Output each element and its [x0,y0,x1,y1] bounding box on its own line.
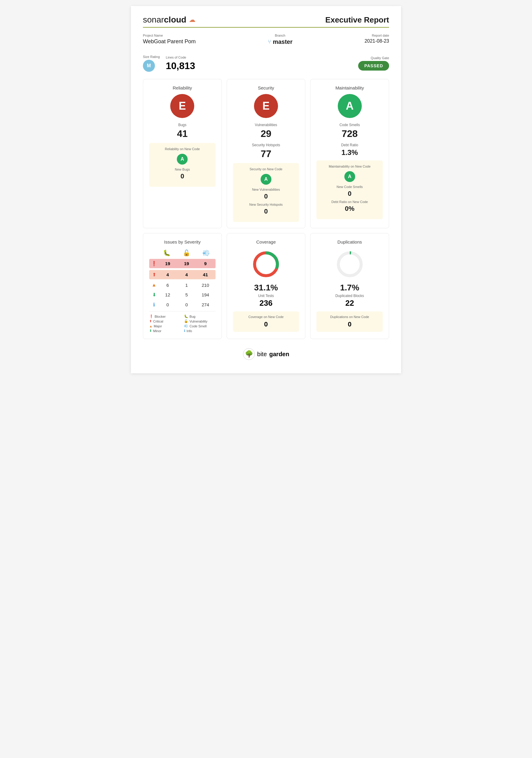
reliability-new-code-box: Reliability on New Code A New Bugs 0 [149,143,216,187]
major-vuln-count: 1 [178,283,195,288]
branch-icon: ⑂ [268,39,271,45]
vulnerabilities-value: 29 [233,128,299,139]
blocker-bug-count: 19 [159,261,177,266]
legend-info: ℹInfo [184,329,215,333]
issues-card: Issues by Severity 🐛 🔓 💨 ❗ 19 19 9 ⬆ 4 4… [143,233,222,339]
debt-ratio-label: Debt Ratio [316,143,383,147]
hotspots-value: 77 [233,148,299,159]
footer-brand-light: bite [257,351,267,358]
bugs-label: Bugs [149,123,216,127]
report-date-value: 2021-08-23 [364,38,389,44]
maintainability-title: Maintainability [316,85,383,90]
coverage-percentage: 31.1% [233,283,299,293]
new-bugs-value: 0 [153,172,211,180]
footer-brand-bold: garden [269,351,289,358]
reliability-card: Reliability E Bugs 41 Reliability on New… [143,79,222,228]
minor-bug-count: 12 [159,292,177,297]
new-hotspots-value: 0 [237,208,295,215]
project-info: Project Name WebGoat Parent Pom Branch ⑂… [143,34,389,50]
minor-smell-count: 194 [197,292,215,297]
coverage-donut [251,249,281,279]
duplications-new-code-box: Duplications on New Code 0 [316,311,383,332]
logo: sonarcloud ☁ [143,15,195,25]
legend-blocker: ❗Blocker [149,314,181,318]
duplications-new-code-value: 0 [320,321,379,328]
header-divider [143,27,389,28]
coverage-new-code-value: 0 [237,321,296,328]
legend-major: ▲Major [149,324,181,328]
report-title: Executive Report [325,15,389,25]
logo-text: sonarcloud [143,15,186,25]
bug-col-icon: 🐛 [158,249,176,257]
report-date-label: Report date [364,34,389,37]
info-bug-count: 0 [159,302,177,307]
new-vulnerabilities-label: New Vulnerabilities [237,188,295,191]
major-bug-count: 6 [159,283,177,288]
security-new-code-title: Security on New Code [237,167,295,171]
info-icon: ℹ [150,302,158,307]
coverage-card: Coverage 31.1% Unit Tests 236 Coverage o… [227,233,306,339]
legend-critical: ⬆Critical [149,319,181,323]
reliability-rating: E [170,94,194,118]
quality-gate-label: Quality Gate [358,56,389,60]
dup-blocks-value: 22 [316,298,383,308]
new-code-smells-label: New Code Smells [321,185,379,189]
minor-vuln-count: 5 [178,292,195,297]
major-row: ▲ 6 1 210 [149,281,216,289]
unit-tests-value: 236 [233,298,299,308]
loc-value: 10,813 [166,60,195,72]
report-page: sonarcloud ☁ Executive Report Project Na… [131,6,401,373]
dup-blocks-label: Duplicated Blocks [316,294,383,298]
minor-row: ⬇ 12 5 194 [149,291,216,299]
cloud-icon: ☁ [189,16,195,24]
footer-logo: 🌳 bitegarden [243,348,289,360]
duplications-title: Duplications [316,239,383,244]
major-icon: ▲ [150,282,158,288]
critical-vuln-count: 4 [178,272,195,277]
project-name-label: Project Name [143,34,196,37]
security-new-code-box: Security on New Code A New Vulnerabiliti… [233,163,299,222]
issues-header-row: 🐛 🔓 💨 [149,249,216,257]
loc-label: Lines of Code [166,55,195,59]
new-vulnerabilities-value: 0 [237,192,295,200]
blocker-icon: ❗ [150,261,158,266]
header: sonarcloud ☁ Executive Report [143,15,389,25]
svg-point-2 [338,253,361,276]
duplications-card: Duplications 1.7% Duplicated Blocks 22 D… [310,233,389,339]
debt-ratio-value: 1.3% [316,148,383,157]
legend-bug: 🐛Bug [184,314,215,318]
legend-vulnerability: 🔓Vulnerability [184,319,215,323]
project-name-value: WebGoat Parent Pom [143,38,196,45]
quality-gate-section: Quality Gate PASSED [358,56,389,71]
blocker-vuln-count: 19 [178,261,195,266]
vulnerabilities-label: Vulnerabilities [233,123,299,127]
svg-text:🌳: 🌳 [245,350,253,358]
blocker-row: ❗ 19 19 9 [149,259,216,268]
project-name-section: Project Name WebGoat Parent Pom [143,34,196,45]
reliability-new-code-rating: A [177,154,188,164]
code-smells-value: 728 [316,128,383,139]
maintainability-rating: A [338,94,362,118]
quality-gate-badge: PASSED [358,61,389,71]
smell-col-icon: 💨 [197,249,216,257]
report-date-section: Report date 2021-08-23 [364,34,389,44]
minor-icon: ⬇ [150,292,158,297]
new-bugs-label: New Bugs [153,168,211,171]
reliability-title: Reliability [149,85,216,90]
critical-bug-count: 4 [159,272,177,277]
critical-smell-count: 41 [197,272,215,277]
critical-row: ⬆ 4 4 41 [149,270,216,279]
security-rating: E [254,94,278,118]
tree-icon: 🌳 [243,348,255,360]
footer: 🌳 bitegarden [143,348,389,361]
branch-label: Branch [268,34,293,37]
security-new-code-rating: A [261,174,271,185]
legend-minor: ⬇Minor [149,329,181,333]
bugs-value: 41 [149,128,216,139]
new-code-smells-value: 0 [321,190,379,198]
coverage-new-code-title: Coverage on New Code [237,315,296,319]
coverage-title: Coverage [233,239,299,244]
security-title: Security [233,85,299,90]
size-rating-label: Size Rating [143,55,160,58]
major-smell-count: 210 [197,283,215,288]
